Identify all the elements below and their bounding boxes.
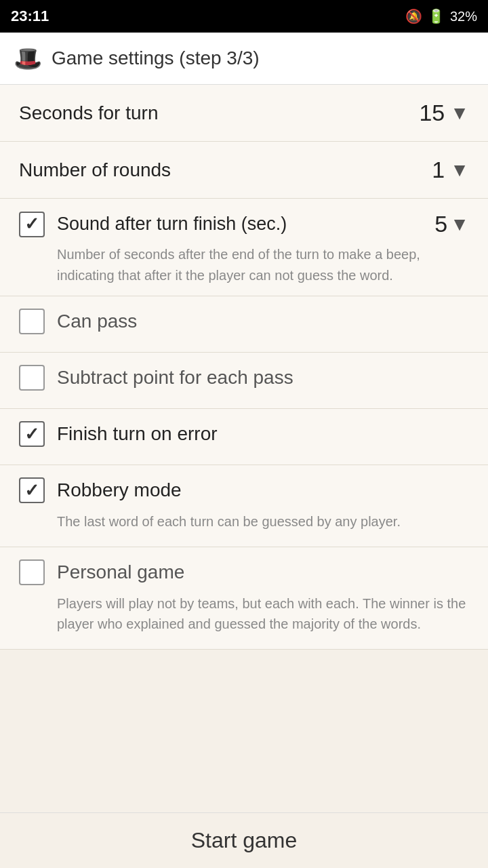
robbery-mode-checkmark-icon: ✓ — [24, 480, 39, 501]
header: 🎩 Game settings (step 3/3) — [0, 33, 488, 85]
sound-after-turn-section: ✓ Sound after turn finish (sec.) 5 ▼ Num… — [0, 199, 488, 296]
seconds-for-turn-row: Seconds for turn 15 ▼ — [0, 85, 488, 142]
status-time: 23:11 — [11, 7, 49, 25]
content-area: Seconds for turn 15 ▼ Number of rounds 1… — [0, 85, 488, 812]
footer: Start game — [0, 812, 488, 868]
subtract-point-row: Subtract point for each pass — [19, 365, 469, 391]
mute-icon: 🔕 — [405, 8, 422, 24]
sound-after-turn-label: Sound after turn finish (sec.) — [57, 214, 287, 235]
sound-after-turn-arrow: ▼ — [450, 214, 469, 235]
status-icons: 🔕 🔋 32% — [405, 8, 477, 24]
personal-game-row: Personal game — [19, 559, 469, 585]
personal-game-checkbox[interactable] — [19, 559, 45, 585]
sound-value-control[interactable]: 5 ▼ — [434, 211, 469, 237]
number-of-rounds-row: Number of rounds 1 ▼ — [0, 142, 488, 199]
seconds-for-turn-arrow: ▼ — [450, 102, 469, 124]
number-of-rounds-arrow: ▼ — [450, 159, 469, 181]
sound-after-turn-checkbox[interactable]: ✓ — [19, 212, 45, 237]
can-pass-row: Can pass — [19, 309, 469, 334]
finish-turn-on-error-section: ✓ Finish turn on error — [0, 409, 488, 465]
subtract-point-label: Subtract point for each pass — [57, 367, 293, 389]
sound-after-turn-row: ✓ Sound after turn finish (sec.) 5 ▼ — [19, 211, 469, 237]
seconds-for-turn-label: Seconds for turn — [19, 102, 158, 124]
page-title: Game settings (step 3/3) — [52, 47, 260, 69]
can-pass-label: Can pass — [57, 311, 137, 332]
battery-percent: 32% — [450, 9, 477, 24]
seconds-for-turn-value: 15 — [411, 100, 445, 126]
number-of-rounds-label: Number of rounds — [19, 159, 171, 181]
battery-icon: 🔋 — [428, 8, 445, 24]
start-game-button[interactable]: Start game — [191, 828, 298, 853]
robbery-mode-section: ✓ Robbery mode The last word of each tur… — [0, 465, 488, 547]
sound-checkmark-icon: ✓ — [24, 214, 39, 235]
personal-game-section: Personal game Players will play not by t… — [0, 547, 488, 650]
number-of-rounds-value: 1 — [411, 157, 445, 183]
finish-turn-on-error-label: Finish turn on error — [57, 423, 218, 445]
hat-icon: 🎩 — [14, 45, 42, 72]
personal-game-label: Personal game — [57, 561, 184, 583]
subtract-point-section: Subtract point for each pass — [0, 353, 488, 409]
finish-turn-on-error-row: ✓ Finish turn on error — [19, 421, 469, 447]
status-bar: 23:11 🔕 🔋 32% — [0, 0, 488, 33]
robbery-mode-row: ✓ Robbery mode — [19, 477, 469, 503]
robbery-mode-label: Robbery mode — [57, 479, 182, 501]
sound-after-turn-value: 5 — [434, 211, 447, 237]
subtract-point-checkbox[interactable] — [19, 365, 45, 391]
seconds-for-turn-control[interactable]: 15 ▼ — [411, 100, 469, 126]
sound-after-turn-left: ✓ Sound after turn finish (sec.) — [19, 212, 287, 237]
number-of-rounds-control[interactable]: 1 ▼ — [411, 157, 469, 183]
can-pass-checkbox[interactable] — [19, 309, 45, 334]
sound-after-turn-desc: Number of seconds after the end of the t… — [19, 244, 469, 286]
finish-turn-on-error-checkbox[interactable]: ✓ — [19, 421, 45, 447]
robbery-mode-checkbox[interactable]: ✓ — [19, 477, 45, 503]
robbery-mode-desc: The last word of each turn can be guesse… — [19, 509, 469, 540]
personal-game-desc: Players will play not by teams, but each… — [19, 591, 469, 642]
can-pass-section: Can pass — [0, 296, 488, 353]
finish-turn-checkmark-icon: ✓ — [24, 424, 39, 445]
